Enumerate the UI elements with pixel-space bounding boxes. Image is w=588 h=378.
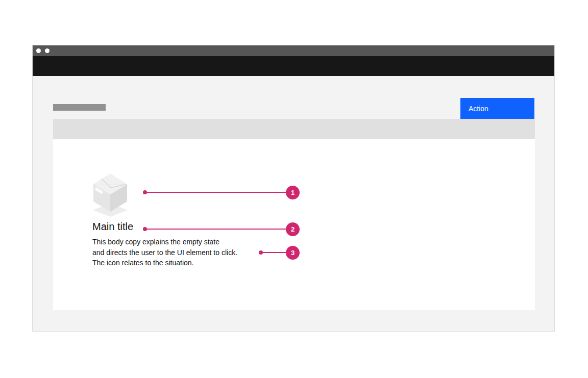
- body-line: This body copy explains the empty state: [92, 237, 237, 247]
- toolbar-bar: [53, 119, 535, 139]
- annotation-badge-1: 1: [286, 186, 300, 199]
- annotation-badge-3: 3: [286, 246, 300, 260]
- empty-state-body: This body copy explains the empty state …: [92, 237, 237, 268]
- body-line: The icon relates to the situation.: [92, 258, 237, 268]
- annotation-line: [145, 192, 286, 193]
- empty-state-title: Main title: [92, 221, 133, 233]
- annotation-badge-2: 2: [286, 222, 300, 236]
- action-button[interactable]: Action: [460, 98, 534, 119]
- window-control-dot[interactable]: [45, 48, 50, 53]
- annotation-line: [261, 252, 286, 253]
- empty-box-icon: [90, 173, 130, 217]
- body-line: and directs the user to the UI element t…: [92, 247, 237, 258]
- page-title-skeleton: [53, 104, 106, 111]
- window-titlebar: [33, 45, 554, 56]
- design-spec-canvas: Action Main title This body copy explain…: [0, 0, 588, 378]
- window-control-dot[interactable]: [36, 48, 41, 53]
- annotation-line: [145, 229, 286, 230]
- app-header-bar: [33, 56, 554, 76]
